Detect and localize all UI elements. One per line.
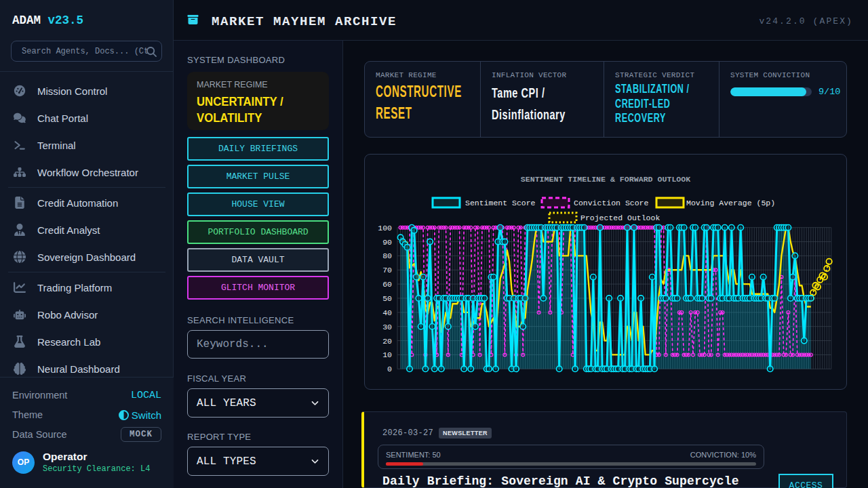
svg-text:Projected Outlook: Projected Outlook — [580, 214, 660, 222]
svg-text:70: 70 — [382, 266, 392, 274]
svg-text:100: 100 — [378, 224, 392, 232]
svg-text:50: 50 — [382, 294, 392, 303]
svg-text:Sentiment Score: Sentiment Score — [465, 199, 536, 207]
svg-text:30: 30 — [382, 323, 392, 331]
svg-text:10: 10 — [382, 350, 392, 359]
svg-text:0: 0 — [387, 365, 392, 373]
svg-text:SENTIMENT TIMELINE & FORWARD O: SENTIMENT TIMELINE & FORWARD OUTLOOK — [521, 175, 691, 184]
svg-text:90: 90 — [382, 238, 392, 247]
svg-text:80: 80 — [382, 251, 392, 260]
svg-text:Conviction Score: Conviction Score — [574, 199, 649, 207]
svg-text:Moving Average (5p): Moving Average (5p) — [686, 199, 775, 207]
svg-text:60: 60 — [382, 280, 392, 289]
svg-text:40: 40 — [382, 308, 392, 317]
svg-text:20: 20 — [382, 337, 392, 346]
